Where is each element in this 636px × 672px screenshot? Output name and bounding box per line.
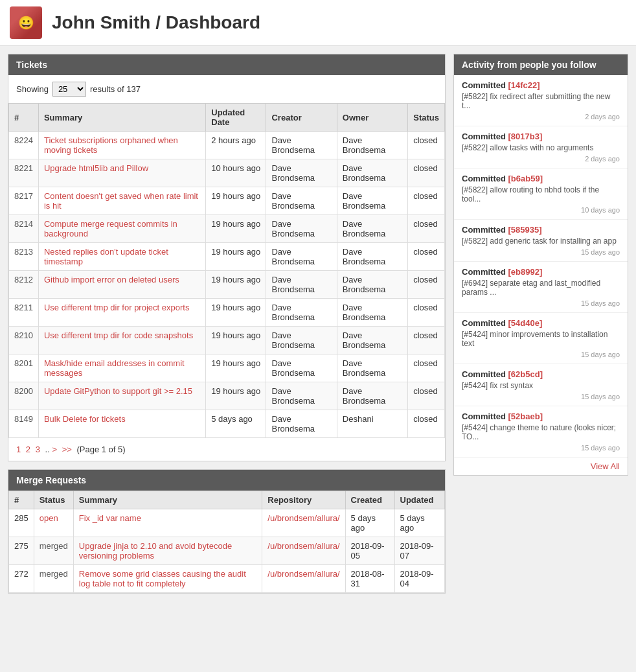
ticket-link[interactable]: Github import error on deleted users [44,275,179,284]
page-3-link[interactable]: 3 [36,445,40,454]
ticket-owner: Dave Brondsema [337,354,407,382]
activity-item: Committed [585935] [#5822] add generic t… [454,220,628,262]
commit-link[interactable]: [eb8992] [508,267,543,277]
ticket-link[interactable]: Ticket subscriptions orphaned when movin… [44,135,178,155]
tickets-table: # Summary Updated Date Creator Owner Sta… [8,103,445,438]
ticket-link[interactable]: Bulk Delete for tickets [44,414,126,424]
ticket-summary: Bulk Delete for tickets [38,410,205,438]
commit-link[interactable]: [62b5cd] [508,369,543,379]
commit-label: Committed [462,174,508,183]
commit-desc: [#5822] add generic task for installing … [462,237,620,246]
per-page-select[interactable]: 25 50 100 [52,82,86,97]
ticket-updated: 19 hours ago [206,187,266,215]
commit-label: Committed [462,318,508,328]
ticket-summary: Content doesn't get saved when rate limi… [38,187,205,215]
mr-repo: /u/brondsem/allura/ [262,565,345,593]
ticket-link[interactable]: Content doesn't get saved when rate limi… [44,191,198,211]
commit-label: Committed [462,225,508,235]
col-creator: Creator [266,104,337,132]
ticket-creator: Dave Brondsema [266,382,337,410]
mr-summary: Fix _id var name [73,509,262,537]
mr-link[interactable]: Upgrade jinja to 2.10 and avoid bytecode… [79,541,232,561]
ticket-creator: Dave Brondsema [266,327,337,354]
ticket-owner: Dave Brondsema [337,271,407,299]
mr-repo: /u/brondsem/allura/ [262,509,345,537]
right-column: Activity from people you follow Committe… [453,54,628,601]
mr-repo-link[interactable]: /u/brondsem/allura/ [267,569,339,579]
ticket-status: closed [408,410,445,438]
ticket-updated: 19 hours ago [206,215,266,243]
col-owner: Owner [337,104,407,132]
ticket-creator: Dave Brondsema [266,410,337,438]
ticket-creator: Dave Brondsema [266,299,337,327]
ticket-link[interactable]: Use different tmp dir for project export… [44,303,189,312]
mr-summary: Remove some grid classes causing the aud… [73,565,262,593]
view-all-link[interactable]: View All [591,461,620,471]
page-1-link[interactable]: 1 [16,445,21,454]
ticket-id: 8213 [9,243,39,271]
ticket-id: 8214 [9,215,39,243]
ticket-creator: Dave Brondsema [266,271,337,299]
commit-desc: [#5822] allow routing to nbhd tools if t… [462,185,620,203]
view-all-container: View All [454,458,628,475]
ticket-id: 8211 [9,299,39,327]
ticket-creator: Dave Brondsema [266,159,337,187]
ticket-updated: 19 hours ago [206,327,266,354]
ticket-creator: Dave Brondsema [266,187,337,215]
mr-updated: 5 days ago [394,509,444,537]
activity-list: Committed [14fc22] [#5822] fix redirect … [454,75,628,458]
ticket-link[interactable]: Nested replies don't update ticket times… [44,247,168,266]
mr-col-summary: Summary [73,491,262,509]
mr-link[interactable]: Fix _id var name [79,513,141,523]
ticket-link[interactable]: Compute merge request commits in backgro… [44,219,177,238]
commit-link[interactable]: [b6ab59] [508,174,543,183]
ticket-owner: Dave Brondsema [337,243,407,271]
table-row: 8214 Compute merge request commits in ba… [9,215,445,243]
commit-link[interactable]: [14fc22] [508,80,540,90]
mr-updated: 2018-09-04 [394,565,444,593]
mr-id: 272 [9,565,34,593]
pagination: 1 2 3 .. > >> (Page 1 of 5) [8,438,445,461]
commit-desc: [#5424] change theme to nature (looks ni… [462,423,620,441]
ticket-updated: 10 hours ago [206,159,266,187]
mr-repo-link[interactable]: /u/brondsem/allura/ [267,541,339,551]
mr-repo-link[interactable]: /u/brondsem/allura/ [267,513,339,523]
avatar: 😀 [10,6,42,39]
commit-link[interactable]: [8017b3] [508,132,543,141]
page-2-link[interactable]: 2 [26,445,30,454]
table-row: 275 merged Upgrade jinja to 2.10 and avo… [9,537,445,565]
commit-link[interactable]: [54d40e] [508,318,543,328]
ticket-summary: Mask/hide email addresses in commit mess… [38,354,205,382]
activity-commit-line: Committed [62b5cd] [462,369,620,379]
mr-link[interactable]: Remove some grid classes causing the aud… [79,569,246,588]
merge-requests-table: # Status Summary Repository Created Upda… [8,491,445,593]
time-ago: 2 days ago [462,113,620,121]
last-page-link[interactable]: >> [62,445,72,454]
ticket-status: closed [408,187,445,215]
ticket-link[interactable]: Upgrade html5lib and Pillow [44,163,148,173]
commit-link[interactable]: [585935] [508,225,542,235]
activity-item: Committed [52baeb] [#5424] change theme … [454,406,628,458]
showing-label: Showing [16,84,49,94]
avatar-image: 😀 [10,6,42,39]
ticket-link[interactable]: Use different tmp dir for code snapshots [44,330,193,340]
ticket-owner: Dave Brondsema [337,159,407,187]
ticket-updated: 19 hours ago [206,299,266,327]
commit-desc: [#5822] allow tasks with no arguments [462,143,620,152]
col-summary: Summary [38,104,205,132]
ticket-status: closed [408,159,445,187]
commit-label: Committed [462,369,508,379]
time-ago: 2 days ago [462,155,620,163]
commit-label: Committed [462,411,508,421]
ticket-status: closed [408,243,445,271]
ticket-link[interactable]: Update GitPython to support git >= 2.15 [44,386,192,396]
commit-link[interactable]: [52baeb] [508,411,543,421]
ticket-owner: Dave Brondsema [337,187,407,215]
table-row: 8201 Mask/hide email addresses in commit… [9,354,445,382]
ticket-summary: Github import error on deleted users [38,271,205,299]
ticket-creator: Dave Brondsema [266,132,337,159]
next-page-link[interactable]: > [52,445,57,454]
pagination-ellipsis: .. [45,445,50,454]
ticket-id: 8210 [9,327,39,354]
ticket-link[interactable]: Mask/hide email addresses in commit mess… [44,358,185,378]
